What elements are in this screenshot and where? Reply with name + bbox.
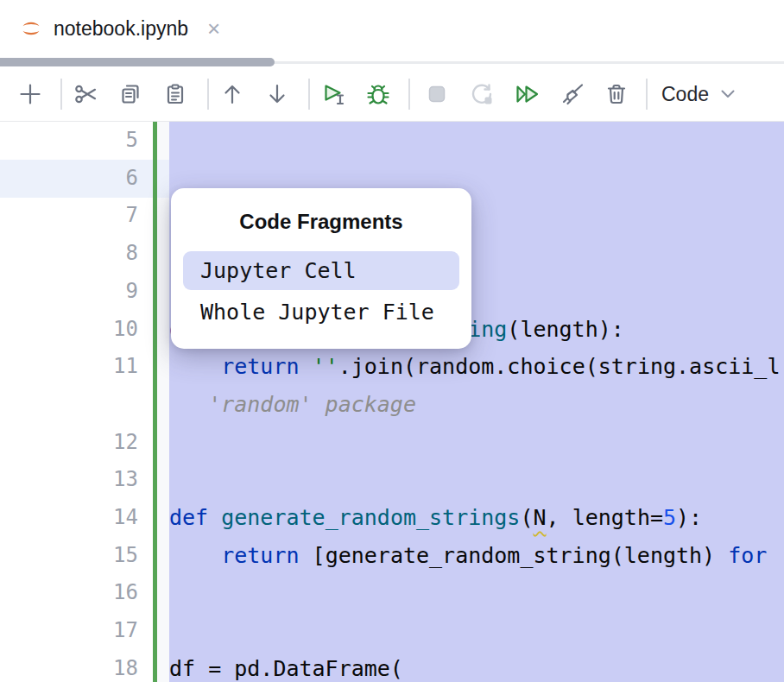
line-number: 12 [0,424,138,462]
code-line: return ''.join(random.choice(string.asci… [169,348,780,386]
stop-kernel-button[interactable] [421,79,452,110]
copy-cell-button[interactable] [115,79,146,110]
popup-item-jupyter-cell[interactable]: Jupyter Cell [183,251,459,290]
stop-icon [424,81,450,107]
clear-outputs-button[interactable] [557,79,588,110]
move-cell-up-button[interactable] [217,79,248,110]
code-editor[interactable]: 56789101112131415161718 def generate_ran… [0,122,784,682]
line-number: 10 [0,311,138,349]
line-number: 16 [0,574,138,612]
move-cell-down-button[interactable] [262,79,293,110]
cut-icon [73,81,98,107]
tab-title: notebook.ipynb [54,17,188,41]
notebook-toolbar: Code [0,67,784,122]
debug-cell-icon [364,80,392,108]
tab-scrollbar-thumb[interactable] [0,58,275,66]
code-line: df = pd.DataFrame( [169,650,403,682]
move-up-icon [219,81,245,107]
cell-type-dropdown[interactable]: Code [661,79,735,110]
cut-cell-button[interactable] [70,79,101,110]
line-number: 18 [0,650,138,682]
ide-window: notebook.ipynb × [0,0,784,682]
toolbar-separator [308,79,310,110]
line-number: 11 [0,348,138,386]
move-down-icon [264,81,290,107]
delete-cell-button[interactable] [601,79,632,110]
tab-notebook-ipynb[interactable]: notebook.ipynb × [0,0,220,57]
popup-item-list: Jupyter Cell Whole Jupyter File [171,251,471,332]
code-fragments-popup: Code Fragments Jupyter Cell Whole Jupyte… [171,188,471,349]
popup-title: Code Fragments [171,210,471,234]
cell-type-label: Code [661,83,709,106]
paste-icon [162,81,188,107]
toolbar-separator [207,79,209,110]
popup-item-whole-jupyter-file[interactable]: Whole Jupyter File [183,293,459,332]
run-all-cells-button[interactable] [512,79,543,110]
cell-run-marker-bar [153,122,157,682]
run-cell-button[interactable] [319,79,351,110]
restart-kernel-icon [468,80,496,108]
code-line: def generate_random_strings(N, length=5)… [169,499,702,537]
line-number: 17 [0,612,138,650]
toolbar-separator [646,79,648,110]
chevron-down-icon [721,90,735,98]
line-number: 13 [0,461,138,499]
line-number: 8 [0,235,138,273]
line-number: 5 [0,122,138,160]
clear-outputs-icon [559,80,586,108]
paste-cell-button[interactable] [160,79,191,110]
line-number: 9 [0,273,138,311]
run-cell-icon [320,80,350,108]
line-number: 14 [0,499,138,537]
code-line: 'random' package [169,386,416,424]
delete-cell-icon [604,81,629,107]
line-number: 15 [0,537,138,575]
editor-tab-bar: notebook.ipynb × [0,0,784,57]
line-number: 6 [0,160,138,198]
line-number: 7 [0,197,138,235]
copy-icon [117,81,143,107]
toolbar-separator [60,79,62,110]
debug-cell-button[interactable] [363,79,394,110]
close-icon[interactable]: × [207,17,220,40]
restart-kernel-button[interactable] [466,79,497,110]
add-cell-button[interactable] [15,79,46,110]
cell-gutter-strip [157,122,169,682]
jupyter-icon [19,16,43,41]
add-cell-icon [17,81,43,107]
run-all-icon [513,81,542,107]
code-line: return [generate_random_string(length) f… [169,537,767,575]
toolbar-separator [408,79,410,110]
